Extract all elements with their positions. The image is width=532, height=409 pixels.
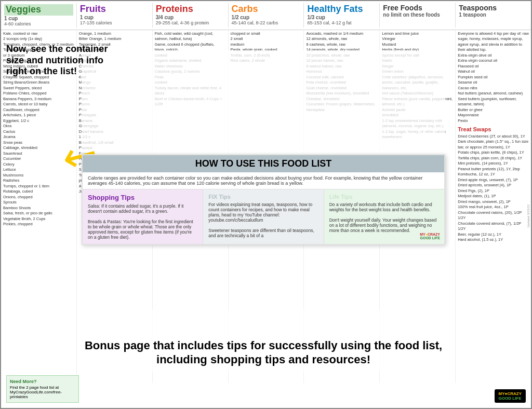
list-item: Mayonnaise [458, 113, 529, 118]
cat-free: Free Foods no limit on these foods [380, 3, 456, 28]
list-item: Chayote Squash, chopped [3, 75, 74, 80]
proteins-title: Proteins [156, 4, 225, 15]
fruits-measure: 1 cup [80, 15, 149, 20]
carbs-title: Carbs [232, 4, 301, 15]
list-item: Hard alcohol, (1.5 oz.), 1Y [458, 237, 529, 243]
list-item: Radishes [3, 178, 74, 184]
list-item: Snow peas [3, 140, 74, 146]
tips-row: Shopping Tips Salsa: If it contains adde… [83, 189, 444, 244]
list-item: Pickles, chopped [3, 222, 74, 227]
cat-fats: Healthy Fats 1/3 cup 65-153 cal, 4-12 g … [304, 3, 380, 28]
list-item: Jicama [3, 134, 74, 140]
proteins-measure: 3/4 cup [156, 15, 225, 20]
food-col-teaspoons: Everyone is allowed 4 tsp per day of: ra… [456, 30, 531, 383]
list-item: Potato chips, plain kettle, (8 chips), 1… [458, 150, 529, 156]
logo-box: MY●CRAZY GOOD LIFE [495, 389, 526, 403]
list-item: Tortilla chips, plain corn, (8 chips), 1… [458, 156, 529, 161]
mycrazy-logo-inbox: MY●CRAZY GOOD LIFE [420, 233, 440, 240]
list-item: Chocolate covered raisins, (20), 1/2P 1/… [458, 210, 529, 221]
overlay-white-bottom [82, 309, 445, 372]
list-item: Kale, cooked or raw [3, 31, 74, 37]
list-item: Tangerine, 2 small [79, 42, 150, 48]
list-item: Eggplant, 1/2 c [3, 118, 74, 124]
list-item: Celery [3, 162, 74, 168]
list-item: Dried apricots, unsweet (4), 1P [458, 183, 529, 188]
list-item: West Indian), cubed [3, 64, 74, 70]
list-item: Dried apple rings, unsweet, (7), 1P [458, 178, 529, 183]
list-item: Cauliflower, chopped [3, 107, 74, 113]
list-item: Flaxseed oil [458, 64, 529, 70]
list-item: Beer, regular (12 oz.), 1Y [458, 232, 529, 238]
list-item: Bitter Orange, 1 medium [79, 36, 150, 42]
need-more-box: Need More? Find the 2 page food list at … [6, 375, 79, 403]
list-item: Artichokes, 1 piece [3, 113, 74, 118]
list-item: Banana Peppers, 3 medium [3, 97, 74, 102]
list-item: Pesto [458, 118, 529, 124]
list-item: Lemon and lime juice [382, 31, 453, 37]
list-item: Dried Cranberries (2T, or about 30), 1Y [458, 134, 529, 140]
how-to-use-box: HOW TO USE THIS FOOD LIST Calorie ranges… [82, 154, 445, 245]
life-tips-title: Life Tips [329, 194, 439, 200]
list-item: medium [231, 42, 302, 48]
list-item: 2 scoops only (1x day) [3, 36, 74, 42]
list-item: Kombucha, 12 oz, 1Y [458, 172, 529, 178]
list-item: Sprouts [3, 200, 74, 206]
veggies-measure: 1 cup [4, 16, 73, 21]
list-item: Orange, 1 medium [79, 31, 150, 37]
list-item: 8 cashews, whole, raw [306, 42, 377, 48]
list-item: Extra-virgin coconut oil [458, 58, 529, 64]
teaspoons-title: Teaspoons [459, 4, 528, 12]
proteins-cal: 29-255 cal, 4-36 g protein [156, 20, 225, 25]
how-to-use-desc: Calorie ranges are provided for each con… [83, 172, 444, 189]
carbs-measure: 1/2 cup [232, 15, 301, 20]
list-item: Dark chocolate, plain (1.5" sq., 1 fun s… [458, 139, 529, 150]
cat-fruits: Fruits 1 cup 17-135 calories [77, 3, 153, 28]
shopping-tips-title: Shopping Tips [88, 194, 197, 201]
list-item: Cacao nibs [458, 86, 529, 91]
list-item: Peanut butter pretzels (12), 1Y, 2tsp [458, 167, 529, 172]
fix-tips-col: FIX Tips For videos explaining treat swa… [203, 189, 324, 244]
food-col-veggies: Kale, cooked or raw2 scoops only (1x day… [1, 30, 77, 383]
list-item: Cactus [3, 129, 74, 135]
list-item: Medjool dates, (1), 1P [458, 194, 529, 199]
list-item: Salsa, fresh, or pico de gallo [3, 211, 74, 216]
list-item: Turnips, chopped or 1 item [3, 184, 74, 189]
list-item: Tomatoes, chopped, cherry, or 2 medium [3, 42, 74, 48]
free-measure: no limit on these foods [383, 12, 452, 18]
need-more-title: Need More? [10, 379, 75, 384]
list-item: Carrots, sliced or 10 baby [3, 102, 74, 107]
veggies-title: Veggies [4, 4, 73, 16]
shopping-tips-body: Salsa: If it contains added sugar, it's … [88, 203, 197, 240]
treat-swaps-title: Treat Swaps [458, 126, 529, 133]
free-title: Free Foods [383, 4, 452, 12]
need-more-text: Find the 2 page food list at MyCrazyGood… [10, 385, 75, 399]
fats-title: Healthy Fats [307, 4, 376, 15]
list-item: Extra-virgin olive oil [458, 53, 529, 59]
cat-carbs: Carbs 1/2 cup 45-140 cal, 8-22 carbs [229, 3, 304, 28]
list-item: Mini pretzels, (14 pieces), 1Y [458, 161, 529, 167]
list-item: 2 small [231, 36, 302, 42]
list-item: Cucumber [3, 156, 74, 162]
list-item: 12 almonds, whole, raw [306, 36, 377, 42]
how-to-use-title: HOW TO USE THIS FOOD LIST [83, 155, 444, 172]
cat-veggies: Veggies 1 cup 4-60 calories [1, 3, 77, 28]
life-tips-body: Do a variety of workouts that include bo… [329, 202, 439, 233]
fats-measure: 1/3 cup [307, 15, 376, 20]
shopping-tips-col: Shopping Tips Salsa: If it contains adde… [83, 189, 203, 244]
list-item: Rutabaga, cubed [3, 189, 74, 195]
list-item: 100% real fruit juice, 4oz., 1P [458, 204, 529, 210]
updated-text: Updated 3/22/22 [527, 204, 530, 227]
cat-teaspoons: Teaspoons 1 teaspoon [456, 3, 531, 28]
teaspoons-measure: 1 teaspoon [459, 12, 528, 18]
list-item: Vinegar [382, 36, 453, 42]
fats-cal: 65-153 cal, 4-12 g fat [307, 20, 376, 25]
list-item: Okra [3, 124, 74, 129]
list-item: Butter or ghee [458, 107, 529, 113]
list-item: Seed butters (pumpkin, sunflower, sesame… [458, 97, 529, 107]
list-item: Avocado, mashed or 1/4 medium [306, 31, 377, 37]
fruits-cal: 17-135 calories [80, 20, 149, 25]
list-item: Nut butters (peanut, almond, cashew) [458, 91, 529, 97]
list-item: Chocolate covered almond, (7), 1/2P 1/2Y [458, 221, 529, 232]
list-item: Sesame oil [458, 80, 529, 86]
list-item: Sweet Peppers, sliced [3, 86, 74, 91]
